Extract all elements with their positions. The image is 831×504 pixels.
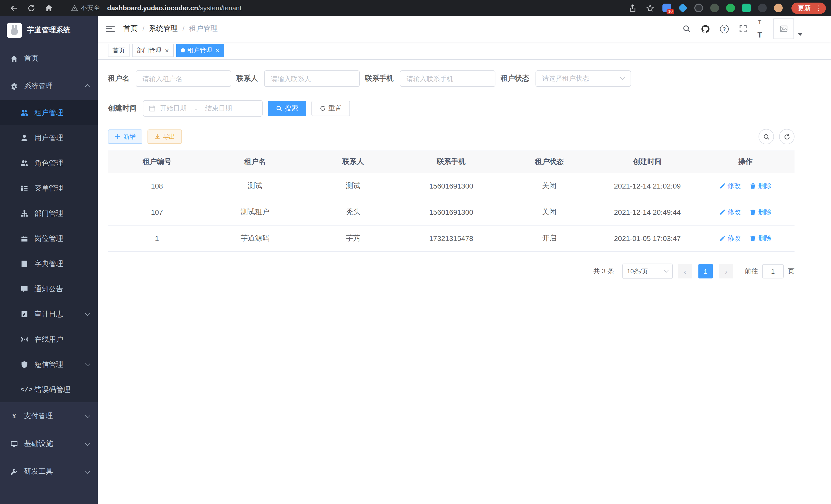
briefcase-icon: [21, 235, 28, 242]
sidebar-item-menu[interactable]: 菜单管理: [0, 176, 98, 201]
sidebar-item-dict[interactable]: 字典管理: [0, 251, 98, 276]
col-phone: 联系手机: [402, 151, 500, 173]
sidebar: 芋道管理系统 首页 系统管理: [0, 16, 98, 504]
sidebar-item-tenant[interactable]: 租户管理: [0, 100, 98, 125]
ext-icon-8[interactable]: [774, 4, 783, 12]
browser-refresh-icon[interactable]: [27, 4, 35, 12]
tab-dept[interactable]: 部门管理 ×: [132, 44, 173, 57]
delete-button[interactable]: 删除: [750, 181, 772, 190]
refresh-table-button[interactable]: [779, 129, 795, 144]
tags-bar: 首页 部门管理 × 租户管理 ×: [98, 41, 831, 60]
tab-home[interactable]: 首页: [108, 44, 130, 57]
ext-icon-6[interactable]: [742, 4, 751, 12]
col-created: 创建时间: [598, 151, 696, 173]
sidebar-item-audit-log[interactable]: 审计日志: [0, 302, 98, 327]
tab-close-icon[interactable]: ×: [165, 47, 169, 54]
browser-back-icon[interactable]: [10, 4, 18, 12]
ext-icon-2[interactable]: [678, 3, 688, 13]
sidebar-item-role[interactable]: 角色管理: [0, 151, 98, 176]
edit-button[interactable]: 修改: [719, 208, 741, 217]
sidebar-logo[interactable]: 芋道管理系统: [0, 16, 98, 45]
filter-phone: 联系手机: [365, 70, 495, 87]
sidebar-item-notice[interactable]: 通知公告: [0, 276, 98, 302]
date-range-picker[interactable]: 开始日期 - 结束日期: [143, 100, 263, 117]
page-size-select[interactable]: 10条/页: [622, 264, 673, 279]
sidebar-item-user[interactable]: 用户管理: [0, 125, 98, 151]
user-icon: [21, 134, 28, 142]
edit-button[interactable]: 修改: [719, 181, 741, 190]
sidebar-item-post[interactable]: 岗位管理: [0, 226, 98, 251]
export-button[interactable]: 导出: [147, 129, 182, 144]
toggle-search-button[interactable]: [758, 129, 774, 144]
sidebar-item-dept[interactable]: 部门管理: [0, 201, 98, 226]
ext-icon-5[interactable]: [726, 4, 735, 12]
filter-contact: 联系人: [236, 70, 360, 87]
help-icon[interactable]: ?: [715, 16, 734, 41]
sidebar-item-payment[interactable]: ¥ 支付管理: [0, 402, 98, 430]
main-area: 首页 / 系统管理 / 租户管理 ? TT: [98, 16, 831, 504]
sidebar-item-sms[interactable]: 短信管理: [0, 352, 98, 377]
tab-close-icon[interactable]: ×: [216, 47, 220, 54]
page-number-1[interactable]: 1: [698, 264, 713, 278]
fullscreen-icon[interactable]: [734, 16, 752, 41]
delete-button[interactable]: 删除: [750, 208, 772, 217]
hamburger-icon[interactable]: [106, 25, 115, 33]
next-page-button[interactable]: ›: [719, 264, 733, 278]
broadcast-icon: [21, 335, 28, 343]
sidebar-item-system[interactable]: 系统管理: [0, 72, 98, 100]
trash-icon: [750, 183, 756, 189]
ext-icon-1[interactable]: 10: [662, 4, 671, 12]
sidebar-item-dev-tools[interactable]: 研发工具: [0, 458, 98, 485]
sidebar-item-online-users[interactable]: 在线用户: [0, 327, 98, 352]
browser-home-icon[interactable]: [45, 4, 53, 12]
address-bar[interactable]: dashboard.yudao.iocoder.cn/system/tenant: [107, 4, 241, 12]
url-security-chip[interactable]: 不安全: [71, 4, 100, 12]
chevron-down-icon: [620, 75, 625, 80]
phone-input[interactable]: [400, 70, 495, 87]
avatar[interactable]: [773, 19, 794, 39]
user-menu-caret-icon[interactable]: [798, 33, 803, 36]
ext-icon-4[interactable]: [710, 4, 719, 12]
tenant-name-input[interactable]: [136, 70, 231, 87]
table-row: 1 芋道源码 芋艿 17321315478 开启 2021-01-05 17:0…: [108, 225, 795, 251]
browser-right-cluster: 10 更新 ⋮: [624, 2, 826, 13]
bookmark-star-icon[interactable]: [646, 4, 654, 12]
table-row: 108 测试 测试 15601691300 关闭 2021-12-14 21:0…: [108, 173, 795, 199]
github-icon[interactable]: [696, 16, 715, 41]
monitor-icon: [10, 440, 18, 448]
breadcrumb-tenant: 租户管理: [189, 24, 218, 33]
add-button[interactable]: 新增: [108, 129, 142, 144]
header-search-icon[interactable]: [677, 16, 696, 41]
status-select[interactable]: 请选择租户状态: [536, 70, 631, 87]
url-domain: dashboard.yudao.iocoder.cn: [107, 4, 198, 12]
date-start-placeholder: 开始日期: [160, 104, 187, 113]
gear-icon: [10, 83, 18, 90]
browser-menu-kebab-icon[interactable]: ⋮: [813, 4, 824, 12]
logo-image: [7, 23, 22, 38]
active-tab-dot: [181, 48, 185, 52]
ext-icon-3[interactable]: [694, 4, 703, 12]
breadcrumb-system[interactable]: 系统管理: [149, 24, 178, 33]
sidebar-item-infra[interactable]: 基础设施: [0, 430, 98, 458]
search-button[interactable]: 搜索: [268, 101, 306, 116]
delete-button[interactable]: 删除: [750, 234, 772, 243]
sidebar-item-error-code[interactable]: </> 错误码管理: [0, 377, 98, 402]
prev-page-button[interactable]: ‹: [678, 264, 692, 278]
edit-button[interactable]: 修改: [719, 234, 741, 243]
share-icon[interactable]: [629, 4, 637, 12]
browser-update-button[interactable]: 更新 ⋮: [792, 2, 826, 13]
sidebar-item-home[interactable]: 首页: [0, 45, 98, 72]
security-label: 不安全: [81, 4, 100, 12]
contact-input[interactable]: [264, 70, 360, 87]
breadcrumb-home[interactable]: 首页: [123, 24, 138, 33]
tab-tenant[interactable]: 租户管理 ×: [176, 44, 224, 57]
app-root: 不安全 dashboard.yudao.iocoder.cn/system/te…: [0, 0, 831, 504]
font-size-icon[interactable]: TT: [752, 16, 767, 41]
goto-page-input[interactable]: [762, 264, 784, 278]
refresh-icon: [783, 133, 790, 140]
reset-button[interactable]: 重置: [311, 101, 350, 116]
status-text: 开启: [500, 225, 598, 251]
status-label: 租户状态: [500, 74, 536, 83]
search-icon: [276, 105, 282, 112]
ext-icon-7[interactable]: [758, 4, 767, 12]
